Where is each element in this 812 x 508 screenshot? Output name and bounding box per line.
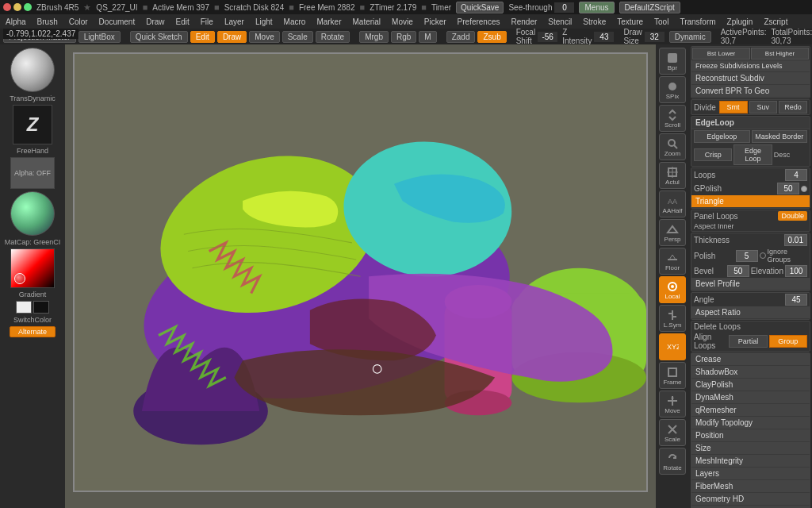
menu-item-render[interactable]: Render bbox=[509, 17, 540, 27]
menu-item-light[interactable]: Light bbox=[253, 17, 275, 27]
menu-item-picker[interactable]: Picker bbox=[422, 17, 449, 27]
divide-smt-button[interactable]: Smt bbox=[719, 101, 748, 114]
modify-topology-button[interactable]: Modify Topology bbox=[691, 417, 810, 429]
white-swatch[interactable] bbox=[16, 301, 32, 314]
edit-button[interactable]: Edit bbox=[190, 31, 215, 43]
menu-item-marker[interactable]: Marker bbox=[314, 17, 343, 27]
menu-item-macro[interactable]: Macro bbox=[282, 17, 308, 27]
tool-frame[interactable]: Frame bbox=[659, 362, 686, 389]
tool-zoom[interactable]: Zoom bbox=[659, 133, 686, 160]
rgb-button[interactable]: Rgb bbox=[391, 31, 416, 43]
m-button[interactable]: M bbox=[419, 31, 436, 43]
menu-item-file[interactable]: File bbox=[198, 17, 216, 27]
edge-loop-button[interactable]: Edge Loop bbox=[733, 144, 772, 165]
angle-value[interactable]: 45 bbox=[785, 294, 807, 306]
reconstruct-subdiv-button[interactable]: Reconstruct Subdiv bbox=[691, 72, 810, 85]
thickness-value[interactable]: 0.01 bbox=[784, 234, 807, 246]
menu-item-preferences[interactable]: Preferences bbox=[455, 17, 503, 27]
tool-local[interactable]: Local bbox=[659, 276, 686, 303]
mrgb-button[interactable]: Mrgb bbox=[359, 31, 389, 43]
menus-button[interactable]: Menus bbox=[579, 2, 614, 13]
triangle-button[interactable]: Triangle bbox=[691, 195, 810, 208]
menu-item-zscript[interactable]: Zscript bbox=[761, 17, 790, 27]
divide-redo-button[interactable]: Redo bbox=[779, 101, 807, 114]
ignore-groups-label[interactable]: Ignore Groups bbox=[768, 248, 808, 264]
zadd-button[interactable]: Zadd bbox=[446, 31, 476, 43]
bst-higher-button[interactable]: Bst Higher bbox=[751, 48, 809, 60]
masked-border-button[interactable]: Masked Border bbox=[752, 130, 808, 143]
dynamic-button[interactable]: Dynamic bbox=[669, 31, 711, 43]
meshintegrity-button[interactable]: MeshIntegrity bbox=[691, 455, 810, 468]
menu-item-tool[interactable]: Tool bbox=[652, 17, 671, 27]
gpolish-radio[interactable] bbox=[801, 186, 807, 192]
geometry-hd-button[interactable]: Geometry HD bbox=[691, 493, 810, 506]
menu-item-stroke[interactable]: Stroke bbox=[580, 17, 608, 27]
tool-rotate[interactable]: Rotate bbox=[659, 448, 686, 475]
convert-bpr-button[interactable]: Convert BPR To Geo bbox=[691, 85, 810, 98]
crisp-button[interactable]: Crisp bbox=[694, 148, 732, 161]
fibermesh-button[interactable]: FiberMesh bbox=[691, 480, 810, 493]
draw-size-value[interactable]: 32 bbox=[645, 32, 665, 42]
tool-spix[interactable]: SPix bbox=[659, 76, 686, 103]
alternate-button[interactable]: Alternate bbox=[10, 326, 56, 337]
tool-actul[interactable]: Actul bbox=[659, 162, 686, 189]
texture-sphere-preview[interactable] bbox=[10, 191, 55, 236]
tool-aahalf[interactable]: AA AAHalf bbox=[659, 190, 686, 217]
elevation-value[interactable]: 100 bbox=[785, 265, 807, 277]
quick-sketch-button[interactable]: Quick Sketch bbox=[130, 31, 188, 43]
black-swatch[interactable] bbox=[33, 301, 49, 314]
menu-item-zplugin[interactable]: Zplugin bbox=[725, 17, 756, 27]
close-dot[interactable] bbox=[3, 3, 11, 11]
claypolish-button[interactable]: ClayPolish bbox=[691, 379, 810, 391]
menu-item-movie[interactable]: Movie bbox=[389, 17, 416, 27]
gpolish-value[interactable]: 50 bbox=[777, 183, 799, 194]
menu-item-document[interactable]: Document bbox=[97, 17, 138, 27]
tool-lsym[interactable]: L.Sym bbox=[659, 305, 686, 332]
tool-bpr[interactable]: Bpr bbox=[659, 48, 686, 75]
window-controls[interactable] bbox=[3, 3, 32, 11]
material-sphere-preview[interactable] bbox=[10, 48, 55, 92]
rotate-button[interactable]: Rotate bbox=[316, 31, 350, 43]
tool-xyz[interactable]: XYZ bbox=[659, 333, 686, 360]
tool-floor[interactable]: Floor bbox=[659, 248, 686, 275]
loops-value[interactable]: 4 bbox=[785, 169, 807, 181]
bevel-profile-button[interactable]: Bevel Profile bbox=[691, 278, 810, 291]
polish-value[interactable]: 5 bbox=[736, 250, 758, 262]
tool-persp[interactable]: Persp bbox=[659, 219, 686, 246]
freeze-subdivisions-button[interactable]: Freeze Subdivisions Levels bbox=[691, 60, 810, 72]
scale-button[interactable]: Scale bbox=[282, 31, 313, 43]
menu-item-transform[interactable]: Transform bbox=[677, 17, 718, 27]
menu-item-material[interactable]: Material bbox=[350, 17, 384, 27]
zsub-button[interactable]: Zsub bbox=[477, 31, 506, 43]
focal-shift-value[interactable]: -56 bbox=[538, 32, 557, 42]
shadowbox-button[interactable]: ShadowBox bbox=[691, 366, 810, 379]
dynamesh-button[interactable]: DynaMesh bbox=[691, 391, 810, 404]
maximize-dot[interactable] bbox=[24, 3, 32, 11]
divide-suv-button[interactable]: Suv bbox=[749, 101, 778, 114]
z-intensity-value[interactable]: 43 bbox=[594, 32, 614, 42]
menu-item-color[interactable]: Color bbox=[67, 17, 90, 27]
layers-button[interactable]: Layers bbox=[691, 468, 810, 480]
lightbox-button[interactable]: LightBox bbox=[79, 31, 121, 43]
bevel-value[interactable]: 50 bbox=[727, 265, 749, 277]
menu-item-layer[interactable]: Layer bbox=[222, 17, 247, 27]
polish-radio[interactable] bbox=[760, 252, 766, 259]
tool-scroll[interactable]: Scroll bbox=[659, 105, 686, 132]
qremesher-button[interactable]: qRemesher bbox=[691, 404, 810, 417]
canvas-area[interactable] bbox=[65, 44, 656, 508]
bst-lower-button[interactable]: Bst Lower bbox=[692, 48, 750, 60]
color-picker[interactable] bbox=[10, 248, 55, 288]
edgeloop-button[interactable]: Edgeloop bbox=[694, 130, 750, 143]
alpha-preview[interactable]: Alpha: OFF bbox=[10, 157, 55, 189]
menu-item-brush[interactable]: Brush bbox=[35, 17, 60, 27]
panel-loops-badge[interactable]: Double bbox=[778, 211, 807, 221]
move-button[interactable]: Move bbox=[249, 31, 279, 43]
size-button[interactable]: Size bbox=[691, 442, 810, 455]
aspect-ratio-button[interactable]: Aspect Ratio bbox=[691, 306, 810, 319]
partial-button[interactable]: Partial bbox=[729, 335, 767, 348]
tool-scale[interactable]: Scale bbox=[659, 419, 686, 446]
menu-item-texture[interactable]: Texture bbox=[615, 17, 645, 27]
menu-item-edit[interactable]: Edit bbox=[174, 17, 192, 27]
draw-button[interactable]: Draw bbox=[217, 31, 247, 43]
tool-move[interactable]: Move bbox=[659, 391, 686, 418]
